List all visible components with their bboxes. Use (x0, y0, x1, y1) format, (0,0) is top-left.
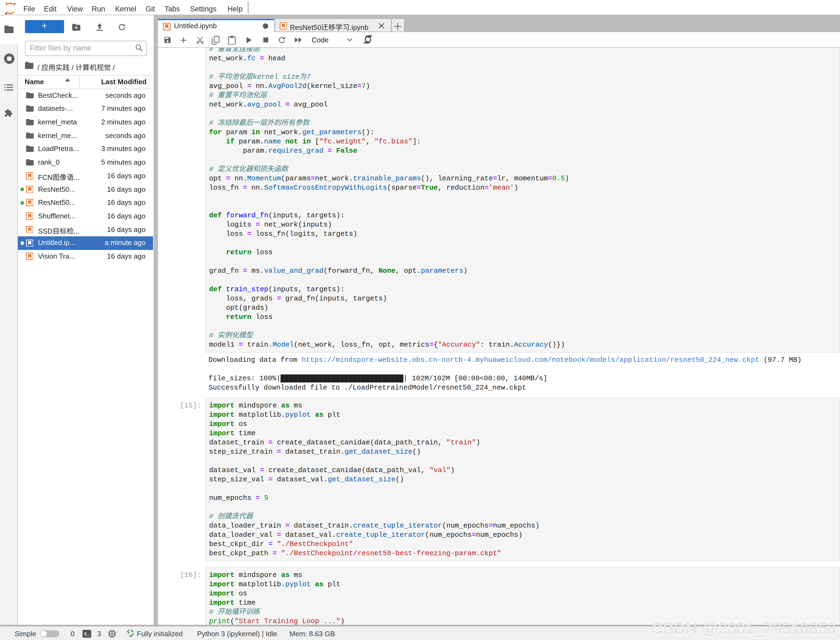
svg-text:$_: $_ (84, 632, 89, 637)
